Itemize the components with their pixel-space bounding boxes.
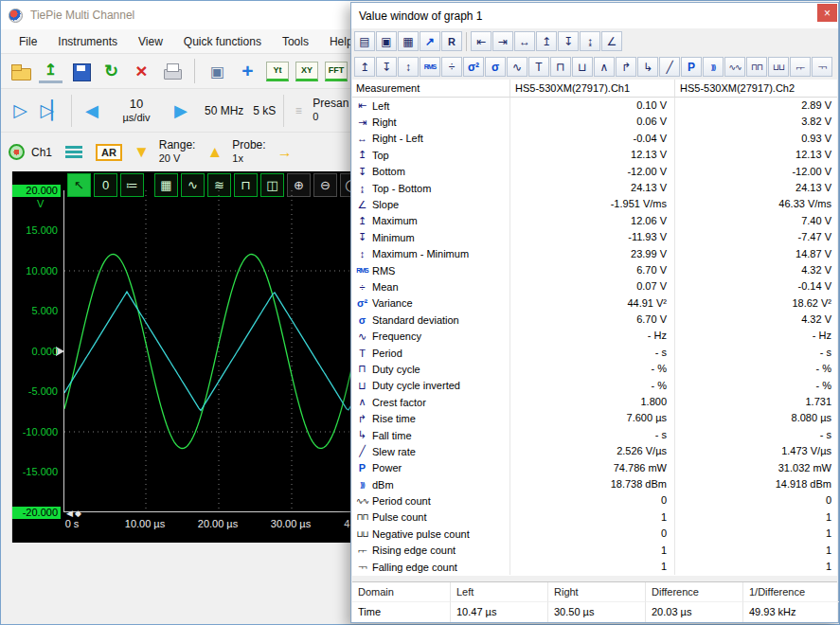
measurement-row-bottom[interactable]: ↧Bottom-12.00 V-12.00 V xyxy=(352,164,837,180)
measurement-row-maximum[interactable]: ↥Maximum12.06 V7.40 V xyxy=(352,213,837,229)
refresh-icon[interactable]: ↻ xyxy=(99,60,123,83)
measurement-row-variance[interactable]: σ²Variance44.91 V²18.62 V² xyxy=(352,295,837,312)
measurement-row-pulse-count[interactable]: ⊓⊓Pulse count11 xyxy=(352,509,837,526)
yt-graph-icon[interactable]: Yt xyxy=(266,62,289,81)
measurement-row-negative-pulse-count[interactable]: ⊔⊔Negative pulse count01 xyxy=(352,526,837,542)
toggle-rising-edge-count-icon[interactable]: ⌐⌐ xyxy=(790,57,811,77)
toggle-pulse-count-icon[interactable]: ⊓⊓ xyxy=(746,57,767,77)
bottom-table-cell-0[interactable]: Time xyxy=(352,602,450,622)
toggle-right-icon[interactable]: ⇥ xyxy=(492,31,513,51)
toggle-right-minus-left-icon[interactable]: ↔ xyxy=(514,31,535,51)
measurement-row-right-minus-left[interactable]: ↔Right - Left-0.04 V0.93 V xyxy=(352,131,837,147)
measurement-row-maximum-minus-minimum[interactable]: ↕Maximum - Minimum23.99 V14.87 V xyxy=(352,246,837,262)
channel-menu-icon[interactable] xyxy=(65,146,82,158)
timebase-decrease-button[interactable]: ◀ xyxy=(80,100,104,121)
measurement-row-duty-cycle-inverted[interactable]: ⊔Duty cycle inverted- %- % xyxy=(352,378,837,394)
save-icon[interactable] xyxy=(69,60,93,83)
measurement-row-standard-deviation[interactable]: σStandard deviation6.70 V4.32 V xyxy=(352,312,837,328)
measurement-row-rms[interactable]: RMSRMS6.70 V4.32 V xyxy=(352,262,837,278)
measurement-row-right[interactable]: ⇥Right0.06 V3.82 V xyxy=(352,114,837,130)
bottom-table-cell-1[interactable]: 10.47 µs xyxy=(450,602,547,622)
measurement-row-duty-cycle[interactable]: ⊓Duty cycle- %- % xyxy=(352,361,837,377)
toggle-crest-factor-icon[interactable]: ∧ xyxy=(594,57,615,77)
measurement-row-mean[interactable]: ÷Mean0.07 V-0.14 V xyxy=(352,278,837,295)
toggle-top-icon[interactable]: ↥ xyxy=(536,31,557,51)
measurement-row-slope[interactable]: ∠Slope-1.951 V/ms46.33 V/ms xyxy=(352,196,837,212)
timebase-increase-button[interactable]: ▶ xyxy=(169,100,193,121)
range-display[interactable]: Range: 20 V xyxy=(159,139,196,164)
measurement-row-minimum[interactable]: ↧Minimum-11.93 V-7.47 V xyxy=(352,229,837,245)
toggle-dbm-icon[interactable]: ))) xyxy=(703,57,724,77)
menu-item-tools[interactable]: Tools xyxy=(272,31,319,52)
measurement-row-slew-rate[interactable]: ╱Slew rate2.526 V/µs1.473 V/µs xyxy=(352,443,837,459)
start-measurement-button[interactable]: ▷ xyxy=(7,99,31,121)
toggle-rise-time-icon[interactable]: ↱ xyxy=(616,57,636,77)
toggle-top-minus-bottom-icon[interactable]: ↨ xyxy=(580,31,600,51)
toggle-maximum-minus-minimum-icon[interactable]: ↕ xyxy=(398,57,419,77)
toggle-variance-icon[interactable]: σ² xyxy=(463,57,484,77)
measurement-row-top[interactable]: ↥Top12.13 V12.13 V xyxy=(352,147,837,163)
goto-graph-icon[interactable]: ↗ xyxy=(420,31,440,51)
toggle-bottom-icon[interactable]: ↧ xyxy=(558,31,579,51)
value-display-settings-icon[interactable]: ▤ xyxy=(354,31,375,51)
measurement-row-period-count[interactable]: ∿∿Period count00 xyxy=(352,492,837,509)
bottom-table-cell-4[interactable]: 49.93 kHz xyxy=(742,602,839,622)
measurement-row-dbm[interactable]: )))dBm18.738 dBm14.918 dBm xyxy=(352,476,837,492)
xy-graph-icon[interactable]: XY xyxy=(295,62,318,81)
window-layout-icon[interactable]: ▣ xyxy=(206,60,229,83)
menu-item-view[interactable]: View xyxy=(128,31,173,52)
open-icon[interactable] xyxy=(9,60,32,83)
measurement-row-top-minus-bottom[interactable]: ↨Top - Bottom24.13 V24.13 V xyxy=(352,180,837,196)
value-window-titlebar[interactable]: Value window of graph 1 × xyxy=(351,3,838,28)
toggle-mean-icon[interactable]: ÷ xyxy=(441,57,462,77)
measurement-row-falling-edge-count[interactable]: ¬¬Falling edge count11 xyxy=(352,559,837,575)
measurement-row-left[interactable]: ⇤Left0.10 V2.89 V xyxy=(352,98,837,114)
measurement-row-period[interactable]: TPeriod- s- s xyxy=(352,345,837,361)
toggle-minimum-icon[interactable]: ↧ xyxy=(376,57,397,77)
menu-item-quick-functions[interactable]: Quick functions xyxy=(173,31,272,52)
auto-range-button[interactable]: AR xyxy=(96,144,122,161)
toggle-slope-icon[interactable]: ∠ xyxy=(601,31,622,51)
presample-display[interactable]: Presan 0 xyxy=(313,98,349,122)
toggle-period-count-icon[interactable]: ∿∿ xyxy=(724,57,745,77)
toggle-falling-edge-count-icon[interactable]: ¬¬ xyxy=(812,57,832,77)
probe-icon[interactable]: → xyxy=(277,144,293,161)
toggle-rms-icon[interactable]: RMS xyxy=(420,57,440,77)
timebase-display[interactable]: 10 µs/div xyxy=(112,98,161,124)
show-table-icon[interactable]: ▦ xyxy=(398,31,419,51)
toggle-fall-time-icon[interactable]: ↳ xyxy=(637,57,658,77)
channel-label[interactable]: Ch1 xyxy=(31,146,52,159)
trigger-time-marker-icon[interactable]: ◀◆ xyxy=(66,509,83,518)
print-icon[interactable] xyxy=(160,60,184,83)
measurement-row-frequency[interactable]: ∿Frequency- Hz- Hz xyxy=(352,328,837,344)
add-graph-icon[interactable]: + xyxy=(236,60,259,83)
toggle-standard-deviation-icon[interactable]: σ xyxy=(485,57,506,77)
range-decrease-icon[interactable]: ▼ xyxy=(134,143,150,162)
measurement-row-crest-factor[interactable]: ∧Crest factor1.8001.731 xyxy=(352,394,837,410)
toggle-duty-cycle-inverted-icon[interactable]: ⊔ xyxy=(572,57,593,77)
export-icon[interactable]: ↥ xyxy=(39,60,63,83)
toggle-frequency-icon[interactable]: ∿ xyxy=(507,57,527,77)
toggle-power-icon[interactable]: P xyxy=(681,57,702,77)
measurement-row-fall-time[interactable]: ↳Fall time- s- s xyxy=(352,427,837,443)
close-button[interactable]: × xyxy=(817,4,837,22)
relative-values-icon[interactable]: R xyxy=(441,31,462,51)
plot-area[interactable] xyxy=(63,190,359,512)
bottom-table-cell-3[interactable]: 20.03 µs xyxy=(645,602,742,622)
one-shot-button[interactable]: ▷▏ xyxy=(39,99,63,121)
menu-item-file[interactable]: File xyxy=(9,31,47,52)
toggle-maximum-icon[interactable]: ↥ xyxy=(354,57,375,77)
toggle-period-icon[interactable]: T xyxy=(528,57,549,77)
measurement-row-power[interactable]: PPower74.786 mW31.032 mW xyxy=(352,460,837,476)
bottom-table-cell-2[interactable]: 30.50 µs xyxy=(547,602,645,622)
channel-indicator-icon[interactable] xyxy=(9,144,25,160)
delete-icon[interactable]: × xyxy=(130,60,153,83)
probe-display[interactable]: Probe: 1x xyxy=(232,139,265,164)
toggle-left-icon[interactable]: ⇤ xyxy=(471,31,491,51)
range-increase-icon[interactable]: ▲ xyxy=(206,143,223,162)
toggle-slew-rate-icon[interactable]: ╱ xyxy=(659,57,680,77)
menu-item-instruments[interactable]: Instruments xyxy=(47,31,128,52)
toggle-duty-cycle-icon[interactable]: ⊓ xyxy=(550,57,571,77)
copy-to-clipboard-icon[interactable]: ▣ xyxy=(376,31,397,51)
fft-graph-icon[interactable]: FFT xyxy=(325,62,348,81)
